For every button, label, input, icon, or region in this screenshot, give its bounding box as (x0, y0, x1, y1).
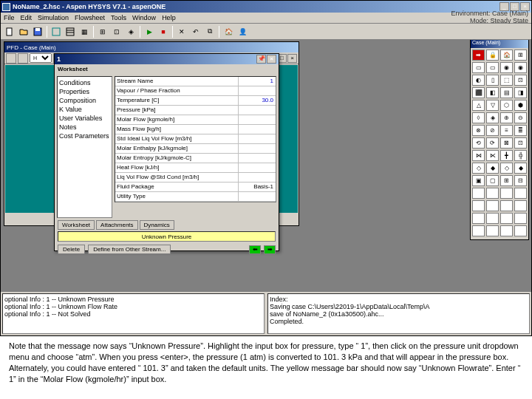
palette-item[interactable] (472, 200, 485, 211)
palette-item[interactable]: △ (472, 100, 485, 111)
prop-value[interactable] (239, 144, 276, 153)
define-from-button[interactable]: Define from Other Stream... (88, 245, 171, 254)
prop-value[interactable] (239, 106, 276, 115)
run-icon[interactable]: ▶ (143, 25, 156, 38)
tab-attachments[interactable]: Attachments (96, 220, 137, 230)
palette-item[interactable]: ⋈ (472, 150, 485, 161)
menu-window[interactable]: Window (132, 14, 156, 21)
tree-conditions[interactable]: Conditions (59, 78, 110, 87)
tab-dynamics[interactable]: Dynamics (140, 220, 174, 230)
palette-item[interactable]: ⬚ (500, 75, 513, 86)
palette-item[interactable]: ⋉ (486, 150, 499, 161)
save-icon[interactable] (31, 25, 44, 38)
palette-item[interactable] (514, 213, 527, 224)
palette-item[interactable]: ⊡ (514, 75, 527, 86)
palette-item[interactable]: ≡ (500, 125, 513, 136)
palette-item[interactable]: ⊞ (500, 175, 513, 186)
palette-item[interactable]: ◧ (486, 87, 499, 98)
menu-flowsheet[interactable]: Flowsheet (75, 14, 105, 21)
tool-icon[interactable]: ⊡ (110, 25, 123, 38)
prop-value[interactable] (239, 154, 276, 163)
palette-item[interactable] (514, 200, 527, 211)
pfd-tool-icon[interactable] (6, 53, 16, 64)
prop-value[interactable]: Basis-1 (239, 183, 276, 191)
palette-item[interactable]: ⊘ (486, 125, 499, 136)
tool-icon[interactable]: ⧉ (203, 25, 216, 38)
dlg-pin-button[interactable]: 📌 (256, 55, 266, 64)
navigator-icon[interactable]: ▦ (78, 25, 91, 38)
prop-value[interactable] (239, 173, 276, 182)
palette-item[interactable]: ◨ (514, 87, 527, 98)
palette-item[interactable]: ▣ (472, 175, 485, 186)
palette-item[interactable]: ▤ (500, 87, 513, 98)
palette-item[interactable] (500, 188, 513, 199)
delete-button[interactable]: Delete (58, 245, 85, 254)
palette-item[interactable] (472, 213, 485, 224)
palette-item[interactable] (500, 213, 513, 224)
dlg-close-button[interactable]: × (267, 55, 276, 64)
tool-icon[interactable]: ⊞ (96, 25, 109, 38)
tree-properties[interactable]: Properties (59, 87, 110, 96)
palette-item[interactable]: ⊟ (514, 175, 527, 186)
palette-item[interactable] (486, 188, 499, 199)
message-panel[interactable]: Index: Saving case C:\Users\22019-1\AppD… (267, 293, 530, 334)
pfd-h-select[interactable]: H (30, 53, 52, 63)
palette-item[interactable]: ⟲ (472, 137, 485, 149)
palette-item[interactable]: ⊞ (514, 50, 527, 61)
palette-item[interactable]: ⊠ (500, 137, 513, 149)
object-palette[interactable]: Case (Main) ➡🔒🏠⊞▭▭◉◉◐▯⬚⊡⬛◧▤◨△▽⬡⬢◊◈⊕⊖⊗⊘≡≣… (470, 40, 529, 240)
palette-item[interactable]: ◈ (486, 112, 499, 123)
palette-item[interactable]: ⊕ (500, 112, 513, 123)
user-icon[interactable]: 👤 (236, 25, 249, 38)
prop-value[interactable] (239, 125, 276, 134)
prop-value[interactable] (239, 86, 276, 95)
palette-item[interactable]: 🔒 (486, 50, 499, 61)
palette-item[interactable]: ◐ (472, 75, 485, 86)
tree-kvalue[interactable]: K Value (59, 105, 110, 114)
prop-value[interactable] (239, 163, 276, 172)
palette-item[interactable]: ╋ (500, 150, 513, 161)
new-icon[interactable] (3, 25, 16, 38)
palette-item[interactable]: ⊡ (514, 137, 527, 149)
palette-item[interactable] (472, 225, 485, 236)
menu-file[interactable]: File (4, 14, 15, 21)
palette-item[interactable]: ◉ (500, 62, 513, 73)
tree-notes[interactable]: Notes (59, 123, 110, 132)
palette-item[interactable] (500, 200, 513, 211)
prev-button[interactable]: ⬅ (249, 245, 261, 254)
palette-item[interactable]: ⊗ (472, 125, 485, 136)
palette-item[interactable]: ◉ (514, 62, 527, 73)
palette-item[interactable]: ◆ (486, 163, 499, 174)
palette-item[interactable]: ◊ (472, 112, 485, 123)
palette-item[interactable] (486, 213, 499, 224)
palette-item[interactable] (486, 225, 499, 236)
palette-item[interactable]: ▽ (486, 100, 499, 111)
palette-item[interactable] (486, 200, 499, 211)
palette-item[interactable] (514, 188, 527, 199)
palette-item[interactable]: ◇ (500, 163, 513, 174)
palette-item[interactable]: ◇ (472, 163, 485, 174)
tool-icon[interactable]: ◈ (124, 25, 137, 38)
palette-item[interactable]: ⬛ (472, 87, 485, 98)
palette-item[interactable]: ⬢ (514, 100, 527, 111)
palette-item[interactable]: ⟳ (486, 137, 499, 149)
palette-item[interactable]: ⬡ (500, 100, 513, 111)
palette-item[interactable]: ▭ (486, 62, 499, 73)
palette-item[interactable]: ◆ (514, 163, 527, 174)
stop-icon[interactable]: ■ (157, 25, 170, 38)
tool-icon[interactable]: ✕ (175, 25, 188, 38)
tool-icon[interactable]: ↶ (189, 25, 202, 38)
menu-help[interactable]: Help (162, 14, 176, 21)
palette-item[interactable]: ▭ (472, 62, 485, 73)
palette-item[interactable]: ≣ (514, 125, 527, 136)
menu-edit[interactable]: Edit (21, 14, 33, 21)
prop-value[interactable]: 30.0 (239, 96, 276, 105)
tree-composition[interactable]: Composition (59, 96, 110, 105)
palette-item[interactable]: ⊖ (514, 112, 527, 123)
workbook-icon[interactable] (64, 25, 77, 38)
prop-value[interactable] (239, 134, 276, 143)
trace-panel[interactable]: optional Info : 1 -- Unknown Pressure op… (2, 293, 265, 334)
stream-tree[interactable]: Conditions Properties Composition K Valu… (57, 76, 112, 218)
palette-item[interactable]: ▢ (486, 175, 499, 186)
stream-name-value[interactable]: 1 (239, 77, 276, 86)
